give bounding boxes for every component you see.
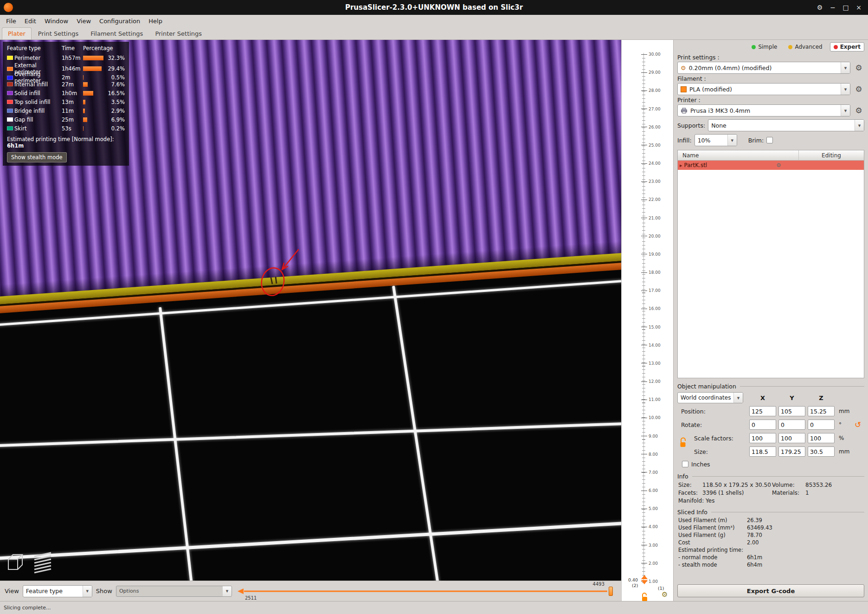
column-header-name[interactable]: Name [678,150,799,160]
legend-header-feature: Feature type [7,45,62,52]
mode-simple-button[interactable]: Simple [748,42,781,52]
layer-settings-gear-icon[interactable]: ⚙ [662,590,668,599]
feature-name: Gap fill [14,116,62,123]
right-panel: SimpleAdvancedExpert Print settings : ⚙ … [673,40,868,601]
range-slider-handle[interactable] [609,587,613,596]
layer-slider[interactable]: 30.0029.0028.0027.0026.0025.0024.0023.00… [621,40,673,601]
supports-value: None [711,122,855,129]
tab-plater[interactable]: Plater [2,27,32,39]
3d-preview-viewport[interactable]: Feature type Time Percentage Perimeter1h… [0,40,621,581]
brim-checkbox[interactable] [766,137,773,143]
column-header-editing[interactable]: Editing [799,150,864,160]
layer-slider-handle[interactable] [641,575,648,584]
mode-expert-button[interactable]: Expert [830,42,864,52]
uniform-scale-lock-icon[interactable] [679,437,687,449]
menu-item-view[interactable]: View [72,15,95,27]
tab-filament-settings[interactable]: Filament Settings [85,27,148,39]
editor-cube-icon[interactable] [5,551,26,574]
close-icon[interactable]: × [853,2,864,13]
coordinates-select[interactable]: World coordinates ▾ [677,392,743,403]
scale-factors-y-input[interactable] [778,433,805,443]
print-settings-value: 0.20mm (0.4mm) (modified) [689,65,841,71]
tab-bar: PlaterPrint SettingsFilament SettingsPri… [0,27,868,40]
menu-item-configuration[interactable]: Configuration [95,15,144,27]
layer-range-slider[interactable]: 4493 2511 [238,581,615,601]
scale-factors-x-input[interactable] [749,433,776,443]
export-gcode-button[interactable]: Export G-code [677,584,864,597]
layer-tick: 9.00 [641,434,661,439]
sliced-info-row: Estimated printing time: [677,547,864,554]
rotate-y-input[interactable] [778,420,805,430]
feature-percent: 7.6% [107,81,125,88]
layer-lock-icon[interactable] [641,592,648,602]
estimated-time-value: 6h1m [7,142,24,149]
printer-select[interactable]: Prusa i3 MK3 0.4mm ▾ [677,104,850,116]
show-stealth-mode-button[interactable]: Show stealth mode [7,152,67,162]
position-y-input[interactable] [778,406,805,416]
feature-percent-bar [83,82,107,87]
object-settings-gear-icon[interactable]: ⚙ [776,162,781,168]
feature-color-swatch [7,91,13,95]
mode-advanced-button[interactable]: Advanced [784,42,826,52]
row-expander-icon[interactable]: ▸ [680,162,682,168]
position-z-input[interactable] [808,406,835,416]
supports-select[interactable]: None ▾ [708,119,864,131]
feature-name: Skirt [14,125,62,132]
range-min-label: 2511 [245,595,257,601]
print-settings-gear-icon[interactable]: ⚙ [853,62,864,73]
menu-item-file[interactable]: File [2,15,20,27]
feature-percent: 2.9% [107,108,125,114]
tab-printer-settings[interactable]: Printer Settings [149,27,207,39]
filament-select[interactable]: PLA (modified) ▾ [677,83,850,95]
sliced-info-row: Cost2.00 [677,539,864,547]
show-options-select[interactable]: Options ▾ [116,586,232,597]
print-settings-select[interactable]: ⚙ 0.20mm (0.4mm) (modified) ▾ [677,62,850,74]
volume-value: 85353.26 [805,482,864,488]
layer-tick: 30.00 [641,52,661,57]
menu-item-edit[interactable]: Edit [20,15,40,27]
layers-preview-icon[interactable] [32,551,54,574]
printer-gear-icon[interactable]: ⚙ [853,105,864,116]
layer-tick: 15.00 [641,325,661,330]
maximize-icon[interactable]: □ [840,2,851,13]
show-options-value: Options [119,588,222,594]
menu-item-help[interactable]: Help [144,15,167,27]
materials-value: 1 [805,490,864,496]
mode-dot-icon [752,45,756,49]
bed-gridline-v1 [159,307,195,581]
layer-tick: 26.00 [641,125,661,129]
tab-print-settings[interactable]: Print Settings [32,27,84,39]
feature-color-swatch [7,100,13,104]
scale-factors-z-input[interactable] [808,433,835,443]
reset-rotation-icon[interactable]: ↺ [855,420,861,429]
rotate-x-input[interactable] [749,420,776,430]
print-settings-icon: ⚙ [681,65,686,71]
inches-checkbox[interactable] [682,461,688,467]
layer-tick: 3.00 [641,543,661,548]
view-label: View [5,588,19,595]
mode-dot-icon [834,45,838,49]
view-mode-select[interactable]: Feature type ▾ [23,585,92,597]
legend-row: External perimeter1h46m29.4% [7,62,125,71]
menu-item-window[interactable]: Window [40,15,72,27]
status-text: Slicing complete... [4,605,51,611]
bed-gridline-h2 [0,420,621,447]
feature-color-swatch [7,109,13,113]
minimize-icon[interactable]: − [827,2,838,13]
rotate-z-input[interactable] [808,420,835,430]
position-x-input[interactable] [749,406,776,416]
sliced-info-row: - stealth mode6h4m [677,562,864,569]
feature-type-legend: Feature type Time Percentage Perimeter1h… [3,42,129,166]
object-row[interactable]: ▸ PartK.stl ⚙ [678,161,864,170]
legend-row: Skirt53s0.2% [7,124,125,133]
infill-select[interactable]: 10% ▾ [694,134,737,146]
size-y-input[interactable] [778,446,805,457]
layer-tick: 2.00 [641,561,661,566]
sliced-model-render [0,248,621,303]
feature-name: Top solid infill [14,99,62,105]
size-x-input[interactable] [749,446,776,457]
filament-gear-icon[interactable]: ⚙ [853,84,864,95]
size-z-input[interactable] [808,446,835,457]
size-value: 118.50 x 179.25 x 30.50 [702,482,772,488]
window-menu-icon[interactable]: ⚙ [814,2,825,13]
